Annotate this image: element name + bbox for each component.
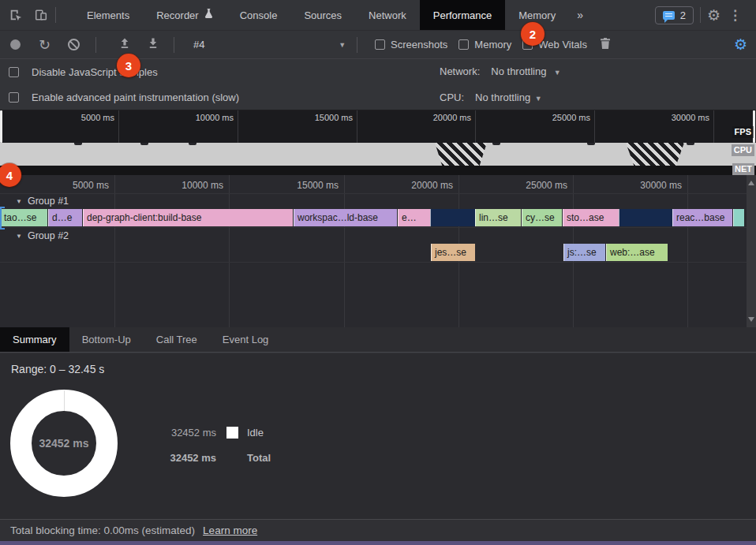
net-track-label: NET xyxy=(732,163,754,175)
footer-bar: Total blocking time: 0.00ms (estimated) … xyxy=(0,519,756,541)
checkbox-label: Memory xyxy=(474,39,511,50)
capture-settings-gear-icon[interactable]: ⚙ xyxy=(734,37,747,52)
tab-label: Performance xyxy=(433,9,492,21)
cpu-activity-notch xyxy=(189,143,196,145)
checkbox-label: Screenshots xyxy=(391,39,447,50)
trace-event-bar[interactable]: tao…se xyxy=(0,209,47,226)
trace-event-bar[interactable] xyxy=(430,209,475,226)
reload-and-record-icon[interactable]: ↻ xyxy=(39,38,51,52)
overview-tick-label: 5000 ms xyxy=(81,113,114,122)
cpu-activity-notch xyxy=(74,143,82,145)
chevron-down-icon: ▼ xyxy=(16,198,22,205)
cpu-activity-notch xyxy=(587,143,595,145)
load-profile-icon[interactable] xyxy=(118,37,131,53)
checkbox-box xyxy=(9,92,19,103)
cpu-throttling: CPU: No throttling ▼ xyxy=(440,91,542,103)
learn-more-link[interactable]: Learn more xyxy=(203,524,257,536)
flamechart-tick-label: 20000 ms xyxy=(411,180,453,191)
fps-track-label: FPS xyxy=(732,126,754,138)
more-options-icon[interactable]: ⋮ xyxy=(720,7,750,24)
scroll-down-icon[interactable] xyxy=(748,317,754,322)
performance-toolbar: ↻ #4 ▼ Screenshots Memory Web Vitals xyxy=(0,31,756,59)
more-tabs-button[interactable]: » xyxy=(569,9,591,21)
tab-sources[interactable]: Sources xyxy=(290,0,355,30)
tab-performance[interactable]: Performance xyxy=(420,0,505,30)
settings-row-1: Disable JavaScript samples xyxy=(0,59,756,84)
overview-left-handle[interactable] xyxy=(0,110,2,143)
legend-value: 32452 ms xyxy=(161,452,216,464)
screenshots-checkbox[interactable]: Screenshots xyxy=(375,39,447,50)
trash-icon[interactable] xyxy=(600,37,611,53)
cpu-label: CPU: xyxy=(440,91,464,103)
tab-console[interactable]: Console xyxy=(226,0,291,30)
group-2-header[interactable]: ▼ Group #2 xyxy=(16,230,69,241)
detail-tabs: Summary Bottom-Up Call Tree Event Log xyxy=(0,327,756,353)
trace-event-bar[interactable]: cy…se xyxy=(522,209,562,226)
memory-checkbox[interactable]: Memory xyxy=(458,39,511,50)
issues-button[interactable]: 2 xyxy=(655,6,694,24)
flamechart-gridline xyxy=(229,175,230,327)
timeline-overview[interactable]: 5000 ms10000 ms15000 ms20000 ms25000 ms3… xyxy=(0,110,756,175)
device-toolbar-icon[interactable] xyxy=(33,7,49,23)
inspect-element-icon[interactable] xyxy=(8,7,24,23)
trace-event-bar[interactable]: js:…se xyxy=(563,244,605,261)
trace-event-bar[interactable]: workspac…ld-base xyxy=(294,209,397,226)
record-button[interactable] xyxy=(10,39,21,50)
legend-value: 32452 ms xyxy=(161,427,216,439)
trace-event-bar[interactable] xyxy=(733,209,744,226)
group-1-header[interactable]: ▼ Group #1 xyxy=(16,196,69,207)
save-profile-icon[interactable] xyxy=(147,37,159,53)
cpu-activity-notch xyxy=(687,143,694,145)
chevron-down-icon: ▼ xyxy=(339,41,346,49)
trace-event-bar[interactable]: dep-graph-client:build-base xyxy=(83,209,293,226)
trace-event-bar[interactable]: sto…ase xyxy=(563,209,619,226)
cpu-throttle-select[interactable]: No throttling ▼ xyxy=(475,91,542,103)
trace-event-bar[interactable]: d…e xyxy=(48,209,82,226)
flame-chart[interactable]: 5000 ms10000 ms15000 ms20000 ms25000 ms3… xyxy=(0,175,756,327)
divider xyxy=(95,37,96,53)
flask-icon xyxy=(204,9,213,21)
tab-bottom-up[interactable]: Bottom-Up xyxy=(69,327,144,352)
flamechart-gridline xyxy=(344,175,345,327)
legend-label: Total xyxy=(247,452,271,464)
overview-tick-label: 25000 ms xyxy=(552,113,590,122)
history-select[interactable]: #4 ▼ xyxy=(189,39,350,50)
tab-recorder[interactable]: Recorder xyxy=(143,0,226,30)
flamechart-tick-label: 5000 ms xyxy=(73,180,109,191)
settings-gear-icon[interactable]: ⚙ xyxy=(707,8,720,23)
cpu-activity-notch xyxy=(492,143,500,145)
divider xyxy=(174,37,174,53)
tab-network[interactable]: Network xyxy=(355,0,420,30)
cpu-track-label: CPU xyxy=(732,144,754,156)
trace-event-bar[interactable]: reac…base xyxy=(672,209,732,226)
tab-elements[interactable]: Elements xyxy=(73,0,143,30)
scroll-up-icon[interactable] xyxy=(748,181,754,185)
tab-call-tree[interactable]: Call Tree xyxy=(144,327,210,352)
checkbox-label: Enable advanced paint instrumentation (s… xyxy=(32,91,239,103)
capture-settings: Disable JavaScript samples Enable advanc… xyxy=(0,59,756,110)
tab-summary[interactable]: Summary xyxy=(0,327,69,352)
trace-event-bar[interactable]: e… xyxy=(398,209,430,226)
overview-tick-label: 30000 ms xyxy=(672,113,709,122)
tab-event-log[interactable]: Event Log xyxy=(210,327,282,352)
vertical-scrollbar[interactable] xyxy=(747,175,756,327)
trace-event-bar[interactable]: jes…se xyxy=(431,244,475,261)
trace-event-bar[interactable] xyxy=(619,209,672,226)
chevron-down-icon: ▼ xyxy=(554,69,561,77)
issues-bubble-icon xyxy=(663,11,675,20)
history-value: #4 xyxy=(193,39,204,50)
annotation-badge-2: 2 xyxy=(521,22,545,46)
checkbox-box xyxy=(458,39,469,50)
tab-label: Recorder xyxy=(156,9,198,21)
trace-event-bar[interactable]: lin…se xyxy=(475,209,521,226)
selection-bracket xyxy=(0,207,5,230)
checkbox-box xyxy=(375,39,385,50)
advanced-paint-checkbox[interactable]: Enable advanced paint instrumentation (s… xyxy=(0,91,239,103)
clear-recording-icon[interactable] xyxy=(68,39,80,50)
network-throttle-select[interactable]: No throttling ▼ xyxy=(491,65,560,77)
trace-event-bar[interactable]: web:…ase xyxy=(606,244,668,261)
tab-label: Console xyxy=(240,9,278,21)
chevron-down-icon: ▼ xyxy=(16,233,22,240)
divider xyxy=(0,262,747,263)
network-throttling: Network: No throttling ▼ xyxy=(440,65,561,77)
